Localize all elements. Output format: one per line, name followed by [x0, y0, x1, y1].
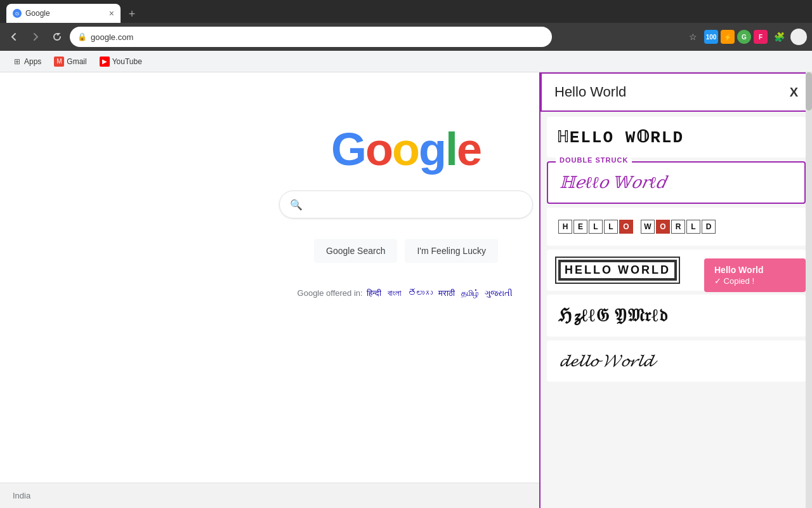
style-caps-text: ℍELLO W𝕆RLD — [558, 127, 684, 147]
lock-icon: 🔒 — [77, 32, 87, 41]
lang-marathi[interactable]: मराठी — [438, 288, 455, 298]
active-tab[interactable]: G Google × — [6, 4, 121, 23]
bookmark-star-icon[interactable]: ☆ — [684, 28, 702, 46]
bookmark-youtube-label: YouTube — [112, 57, 142, 66]
logo-e: e — [457, 124, 481, 175]
search-input[interactable] — [309, 199, 522, 210]
ext-red-icon[interactable]: F — [754, 30, 768, 44]
ext-blue-icon[interactable]: 100 — [704, 30, 718, 44]
youtube-favicon: ▶ — [100, 57, 110, 67]
tab-bar: G Google × + — [0, 0, 812, 23]
style-card-gothic[interactable]: ℌ𝔃ℓℓ𝔊 𝔜𝔐𝔯ℓ𝔡 — [547, 295, 806, 337]
double-border-text: HELLO WORLD — [558, 260, 677, 281]
lang-bengali[interactable]: বাংলা — [388, 288, 402, 298]
back-button[interactable] — [5, 28, 23, 46]
bookmark-gmail[interactable]: M Gmail — [49, 54, 91, 69]
boxed-R: R — [671, 220, 685, 234]
style-card-double-border[interactable]: HELLO WORLD Hello World ✓ Copied ! — [547, 250, 806, 291]
google-buttons: Google Search I'm Feeling Lucky — [314, 239, 498, 263]
bookmark-youtube[interactable]: ▶ YouTube — [95, 54, 147, 69]
logo-g2: g — [419, 124, 445, 175]
style-card-boxed[interactable]: H E L L O W O R L D — [547, 208, 806, 246]
address-text: google.com — [91, 32, 544, 42]
logo-o1: o — [365, 124, 392, 175]
script-text: 𝓭𝓮𝓵𝓵𝓸 𝓦𝓸𝓻𝓵𝓭 — [558, 351, 653, 371]
double-struck-label: DOUBLE STRUCK — [556, 156, 632, 164]
browser-chrome: G Google × + 🔒 google.com ☆ 100 ⚡ G F 🧩 — [0, 0, 812, 51]
bookmark-apps-label: Apps — [24, 57, 41, 66]
gmail-favicon: M — [54, 57, 64, 67]
new-tab-button[interactable]: + — [123, 5, 141, 23]
address-bar[interactable]: 🔒 google.com — [70, 27, 552, 47]
scrollbar-track[interactable] — [806, 72, 812, 508]
tab-close-button[interactable]: × — [109, 8, 114, 18]
boxed-H: H — [558, 220, 572, 234]
copied-tooltip: Hello World ✓ Copied ! — [704, 258, 806, 292]
lang-tamil[interactable]: தமிழ் — [461, 288, 479, 298]
toolbar-right: ☆ 100 ⚡ G F 🧩 — [684, 28, 807, 46]
bookmark-gmail-label: Gmail — [67, 57, 86, 66]
boxed-D: D — [702, 220, 716, 234]
boxed-L3: L — [686, 220, 700, 234]
boxed-O1: O — [619, 220, 633, 234]
style-card-caps[interactable]: ℍELLO W𝕆RLD — [547, 117, 806, 157]
boxed-L2: L — [604, 220, 618, 234]
logo-o2: o — [392, 124, 419, 175]
bookmarks-bar: ⊞ Apps M Gmail ▶ YouTube — [0, 51, 812, 72]
content-area: Google 🔍 Google Search I'm Feeling Lucky… — [0, 72, 812, 508]
style-card-script[interactable]: 𝓭𝓮𝓵𝓵𝓸 𝓦𝓸𝓻𝓵𝓭 — [547, 340, 806, 382]
ext-green-icon[interactable]: G — [737, 30, 751, 44]
double-struck-text: ℍ𝑒ℓℓ𝑜 𝕎𝑜𝑟ℓ𝑑 — [560, 173, 667, 192]
ext-orange-icon[interactable]: ⚡ — [721, 30, 735, 44]
boxed-L1: L — [589, 220, 603, 234]
lang-hindi[interactable]: हिन्दी — [367, 288, 381, 298]
tab-favicon: G — [13, 9, 22, 18]
logo-l: l — [445, 124, 457, 175]
profile-avatar[interactable] — [790, 29, 807, 45]
tab-title: Google — [25, 9, 50, 18]
boxed-letters-container: H E L L O W O R L D — [558, 220, 716, 234]
google-logo: Google — [331, 123, 481, 175]
scrollbar-thumb[interactable] — [806, 72, 812, 110]
feeling-lucky-button[interactable]: I'm Feeling Lucky — [405, 239, 498, 263]
gothic-text: ℌ𝔃ℓℓ𝔊 𝔜𝔐𝔯ℓ𝔡 — [558, 305, 668, 326]
lang-gujarati[interactable]: ગુજરાતી — [485, 288, 513, 298]
refresh-button[interactable] — [48, 28, 66, 46]
apps-favicon: ⊞ — [13, 57, 22, 66]
popup-close-button[interactable]: X — [790, 85, 798, 100]
copied-title: Hello World — [714, 265, 796, 275]
style-card-double-struck[interactable]: DOUBLE STRUCK ℍ𝑒ℓℓ𝑜 𝕎𝑜𝑟ℓ𝑑 — [547, 161, 806, 204]
google-search-bar[interactable]: 🔍 — [279, 190, 533, 218]
boxed-W: W — [641, 220, 655, 234]
logo-g1: G — [331, 124, 365, 175]
popup-scroll-area[interactable]: ℍELLO W𝕆RLD DOUBLE STRUCK ℍ𝑒ℓℓ𝑜 𝕎𝑜𝑟ℓ𝑑 H … — [540, 112, 812, 508]
google-offered: Google offered in: हिन्दी বাংলা తెలుగు म… — [298, 288, 515, 298]
search-icon: 🔍 — [290, 199, 303, 211]
popup-panel: Hello World X ℍELLO W𝕆RLD DOUBLE STRUCK … — [539, 72, 812, 508]
google-search-button[interactable]: Google Search — [314, 239, 397, 263]
footer-country: India — [13, 491, 30, 500]
popup-title: Hello World — [554, 84, 626, 100]
bookmark-apps[interactable]: ⊞ Apps — [8, 55, 46, 69]
boxed-E: E — [573, 220, 587, 234]
address-bar-row: 🔒 google.com ☆ 100 ⚡ G F 🧩 — [0, 23, 812, 51]
offered-label: Google offered in: — [298, 288, 363, 298]
popup-header: Hello World X — [540, 72, 812, 112]
forward-button[interactable] — [27, 28, 44, 46]
copied-message: ✓ Copied ! — [714, 276, 796, 286]
extensions-button[interactable]: 🧩 — [770, 28, 788, 46]
lang-telugu[interactable]: తెలుగు — [408, 288, 433, 298]
boxed-O2: O — [656, 220, 670, 234]
